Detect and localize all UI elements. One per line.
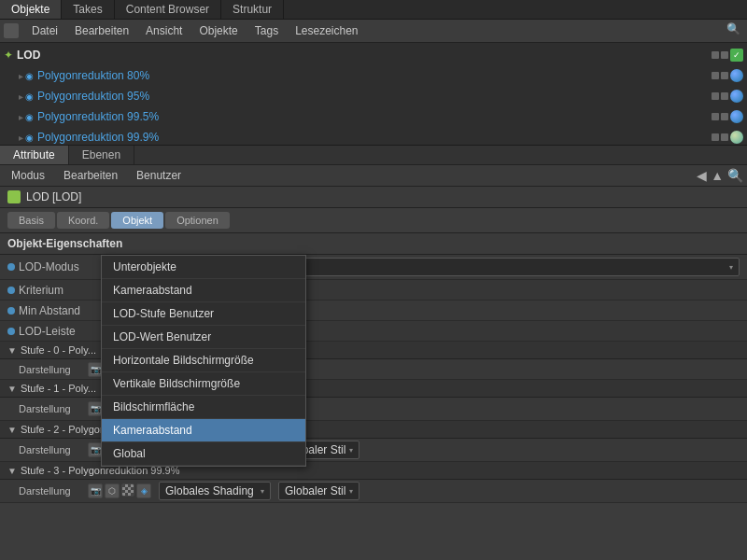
arrow-up-btn[interactable]: ▲ (711, 168, 724, 183)
obj-label-poly995: Polygonreduktion 99.5% (37, 110, 712, 123)
menu-datei[interactable]: Datei (24, 22, 65, 39)
ctrl-dot1[interactable] (712, 51, 719, 59)
poly-icon: ◉ (25, 71, 34, 81)
tab-struktur[interactable]: Struktur (221, 0, 284, 19)
stufe3-stil-dropdown[interactable]: Globaler Stil ▾ (278, 482, 359, 500)
ctrl-dot2[interactable] (721, 51, 728, 59)
dropdown-option-vertikal[interactable]: Vertikale Bildschirmgröße (102, 372, 305, 396)
menu-objekte[interactable]: Objekte (191, 22, 245, 39)
search-icon[interactable]: 🔍 (726, 22, 743, 39)
prop-dot-lod-leiste (7, 328, 15, 335)
tab-objekte[interactable]: Objekte (0, 0, 62, 19)
stufe-2-arrow-icon: ▼ (7, 425, 17, 435)
obj-controls-poly995 (712, 110, 743, 123)
stufe-3-arrow-icon: ▼ (7, 466, 17, 476)
poly-icon4: ◉ (25, 133, 34, 143)
stufe-0-arrow-icon: ▼ (7, 345, 17, 356)
darst-icons-3: 📷 ⬡ ◈ (88, 483, 151, 498)
sphere-icon-999 (730, 131, 743, 144)
dropdown-option-lodstufe[interactable]: LOD-Stufe Benutzer (102, 302, 305, 326)
subtab-optionen[interactable]: Optionen (165, 212, 230, 229)
tab-content-browser[interactable]: Content Browser (115, 0, 221, 19)
properties-area: LOD-Modus Unterobjekte ▾ Kriterium .... … (0, 255, 747, 342)
lod-parent-icon: ✦ (4, 49, 13, 62)
menu-tags[interactable]: Tags (247, 22, 286, 39)
toolbar-bearbeiten[interactable]: Bearbeiten (56, 167, 125, 184)
menu-icon (4, 23, 19, 38)
child-expand-icon: ▸ (19, 71, 23, 81)
stufe-1-label: Stufe - 1 - Poly... (21, 383, 96, 394)
checker-btn-3[interactable] (121, 483, 134, 497)
prop-dot-lod-modus (7, 263, 15, 271)
chevron-down-icon6: ▾ (349, 487, 353, 496)
menu-lesezeichen[interactable]: Lesezeichen (288, 22, 365, 39)
poly-icon2: ◉ (25, 91, 34, 102)
ctrl-dot-999-2[interactable] (721, 133, 728, 141)
panel-tab-bar: Attribute Ebenen (0, 146, 747, 165)
toolbar-benutzer[interactable]: Benutzer (129, 167, 189, 184)
toolbar-arrows: ◀ ▲ 🔍 (697, 168, 743, 183)
darst-label-1: Darstellung (19, 403, 84, 414)
subtab-objekt[interactable]: Objekt (111, 212, 163, 229)
obj-row-poly95[interactable]: ▸ ◉ Polygonreduktion 95% (0, 86, 747, 106)
subtab-basis[interactable]: Basis (7, 212, 55, 229)
ctrl-dot-95-1[interactable] (712, 92, 719, 100)
obj-label-lod: LOD (17, 49, 712, 62)
tab-attribute[interactable]: Attribute (0, 146, 69, 164)
dropdown-option-bildflaeche[interactable]: Bildschirmfläche (102, 396, 305, 419)
obj-row-lod[interactable]: ✦ LOD ✓ (0, 45, 747, 65)
dropdown-option-global[interactable]: Global (102, 442, 305, 466)
obj-label-poly95: Polygonreduktion 95% (37, 90, 712, 103)
obj-label-poly80: Polygonreduktion 80% (37, 69, 712, 82)
search-attr-icon[interactable]: 🔍 (727, 168, 743, 183)
ctrl-dot-80-1[interactable] (712, 72, 719, 79)
obj-row-poly999[interactable]: ▸ ◉ Polygonreduktion 99.9% (0, 127, 747, 146)
lod-title-bar: LOD [LOD] (0, 187, 747, 208)
menu-ansicht[interactable]: Ansicht (138, 22, 190, 39)
obj-row-poly995[interactable]: ▸ ◉ Polygonreduktion 99.5% (0, 106, 747, 127)
prop-label-min-abstand: Min Abstand (7, 304, 101, 317)
shading-btn-3[interactable]: ◈ (136, 483, 151, 498)
ctrl-dot-999-1[interactable] (712, 133, 719, 141)
camera-btn-3[interactable]: 📷 (88, 483, 103, 498)
dropdown-option-horizontal[interactable]: Horizontale Bildschirmgröße (102, 349, 305, 372)
child-expand-icon4: ▸ (19, 133, 23, 143)
dropdown-option-lodwert[interactable]: LOD-Wert Benutzer (102, 326, 305, 349)
chevron-down-icon4: ▾ (349, 446, 353, 455)
ctrl-dot-95-2[interactable] (721, 92, 728, 100)
prop-label-lod-modus: LOD-Modus (7, 260, 101, 273)
ctrl-dot-995-2[interactable] (721, 113, 728, 120)
sub-tab-bar: Basis Koord. Objekt Optionen (0, 208, 747, 233)
tab-takes[interactable]: Takes (62, 0, 114, 19)
object-list: ✦ LOD ✓ ▸ ◉ Polygonreduktion 80% ▸ ◉ Pol… (0, 43, 747, 146)
tab-ebenen[interactable]: Ebenen (69, 146, 134, 164)
arrow-left-btn[interactable]: ◀ (697, 168, 707, 183)
stufe-1-arrow-icon: ▼ (7, 384, 17, 394)
ctrl-dot-80-2[interactable] (721, 72, 728, 79)
stufe3-stil-value: Globaler Stil (285, 484, 345, 497)
ctrl-check[interactable]: ✓ (730, 49, 743, 62)
render-btn-3[interactable]: ⬡ (105, 483, 120, 498)
menu-bearbeiten[interactable]: Bearbeiten (67, 22, 136, 39)
stufe3-shading-dropdown[interactable]: Globales Shading ▾ (159, 482, 271, 500)
prop-dot-kriterium (7, 287, 15, 294)
darst-label-0: Darstellung (19, 364, 84, 375)
attr-toolbar: Modus Bearbeiten Benutzer ◀ ▲ 🔍 (0, 165, 747, 187)
ctrl-dot-995-1[interactable] (712, 113, 719, 120)
obj-label-poly999: Polygonreduktion 99.9% (37, 131, 712, 144)
poly-icon3: ◉ (25, 112, 34, 122)
obj-controls-poly95 (712, 90, 743, 103)
obj-controls-poly999 (712, 131, 743, 144)
dropdown-option-unterobjekte[interactable]: Unterobjekte (102, 256, 305, 279)
dropdown-option-kameraabstand2[interactable]: Kameraabstand (102, 419, 305, 442)
dropdown-option-kameraabstand1[interactable]: Kameraabstand (102, 279, 305, 302)
menu-bar: Datei Bearbeiten Ansicht Objekte Tags Le… (0, 20, 747, 43)
prop-label-lod-leiste: LOD-Leiste (7, 325, 101, 338)
top-tab-bar: Objekte Takes Content Browser Struktur (0, 0, 747, 20)
prop-dot-min-abstand (7, 307, 15, 315)
toolbar-modus[interactable]: Modus (4, 167, 52, 184)
stufe-3-darstellung: Darstellung 📷 ⬡ ◈ Globales Shading ▾ Glo… (0, 480, 747, 503)
stufe3-shading-value: Globales Shading (165, 484, 254, 497)
obj-row-poly80[interactable]: ▸ ◉ Polygonreduktion 80% (0, 65, 747, 86)
subtab-koord[interactable]: Koord. (57, 212, 109, 229)
